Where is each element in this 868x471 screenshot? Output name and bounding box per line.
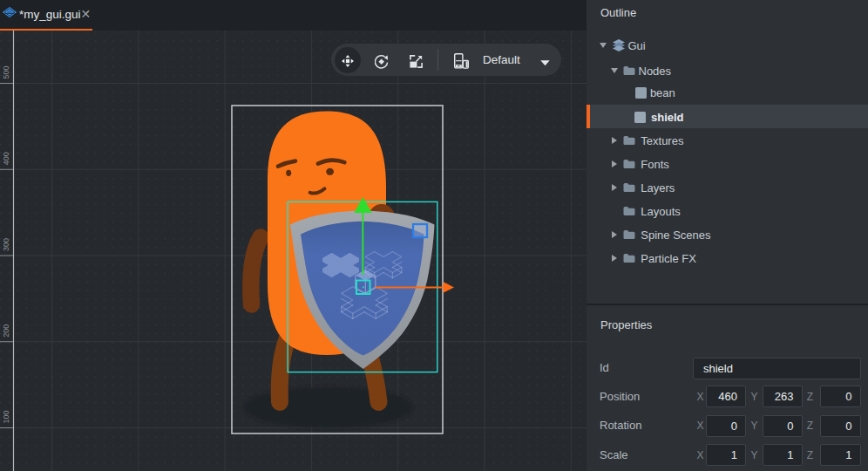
svg-text:500: 500 bbox=[2, 65, 10, 78]
svg-text:200: 200 bbox=[2, 324, 10, 338]
svg-text:100: 100 bbox=[2, 410, 10, 423]
svg-text:300: 300 bbox=[2, 238, 10, 251]
svg-text:400: 400 bbox=[2, 152, 10, 165]
